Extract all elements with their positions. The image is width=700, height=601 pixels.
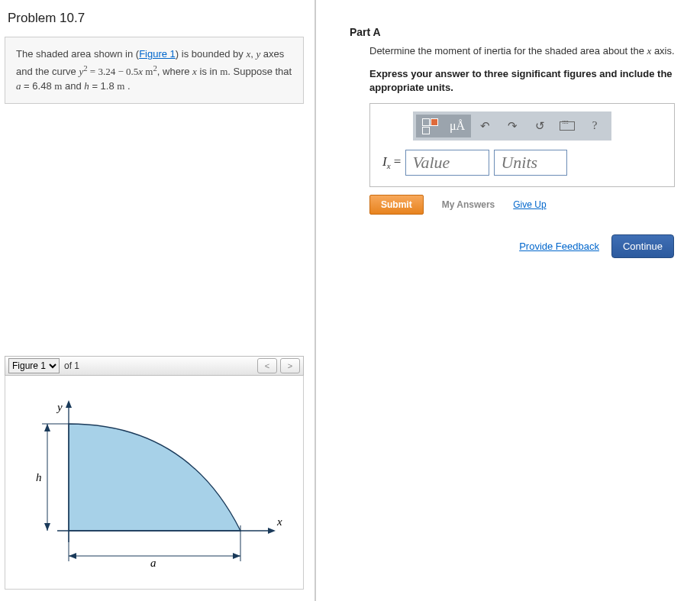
figure-count: of 1	[64, 360, 79, 371]
value-input[interactable]	[405, 150, 489, 176]
svg-marker-10	[233, 553, 240, 559]
part-a-heading: Part A	[350, 26, 694, 38]
figure-select[interactable]: Figure 1	[8, 358, 60, 373]
give-up-link[interactable]: Give Up	[513, 199, 546, 210]
reset-button[interactable]: ↺	[526, 115, 553, 137]
svg-marker-1	[66, 400, 72, 408]
svg-text:y: y	[56, 401, 63, 413]
figure-svg: y x h a	[19, 389, 294, 580]
problem-statement: The shaded area shown in (Figure 1) is b…	[5, 37, 304, 104]
figure-prev-button[interactable]: <	[257, 358, 277, 373]
part-a-instruction: Express your answer to three significant…	[369, 67, 694, 95]
svg-text:x: x	[276, 515, 282, 528]
part-a-description: Determine the moment of inertia for the …	[369, 44, 694, 58]
figure-link[interactable]: Figure 1	[139, 48, 176, 60]
help-button[interactable]: ?	[581, 115, 608, 137]
figure-nav-bar: Figure 1 of 1 < >	[5, 356, 304, 376]
svg-text:h: h	[36, 471, 42, 483]
fraction-template-button[interactable]	[416, 115, 444, 137]
continue-button[interactable]: Continue	[611, 234, 674, 258]
svg-marker-5	[44, 424, 50, 431]
svg-text:a: a	[150, 557, 156, 569]
ix-label: Ix =	[382, 154, 401, 170]
units-mu-button[interactable]: μÅ	[444, 115, 471, 137]
figure-next-button[interactable]: >	[280, 358, 300, 373]
svg-marker-6	[44, 523, 50, 531]
units-input[interactable]	[494, 150, 567, 176]
answer-toolbar: μÅ ↶ ↷ ↺ ?	[413, 111, 611, 141]
svg-marker-3	[268, 528, 276, 534]
keyboard-button[interactable]	[553, 115, 581, 137]
problem-title: Problem 10.7	[8, 11, 304, 26]
undo-button[interactable]: ↶	[471, 115, 498, 137]
redo-button[interactable]: ↷	[498, 115, 526, 137]
svg-marker-9	[69, 553, 76, 559]
provide-feedback-link[interactable]: Provide Feedback	[519, 241, 599, 252]
figure-panel: y x h a	[5, 376, 304, 590]
submit-button[interactable]: Submit	[369, 195, 424, 215]
my-answers-label: My Answers	[442, 199, 495, 210]
answer-box: μÅ ↶ ↷ ↺ ? Ix =	[369, 103, 675, 187]
